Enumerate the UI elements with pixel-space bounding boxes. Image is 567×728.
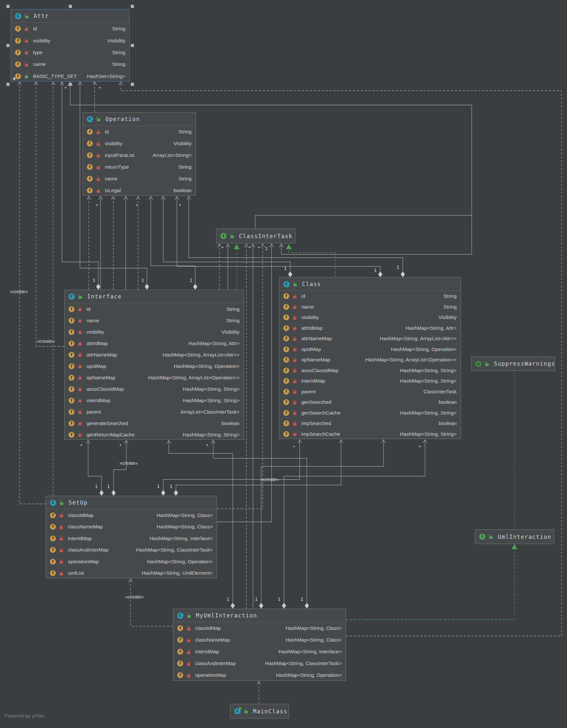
field-row[interactable]: f attrIdMap HashMap<String, Attr> <box>65 338 243 349</box>
field-row[interactable]: f BASIC_TYPE_SET HashSet<String> <box>11 70 129 82</box>
field-row[interactable]: f visibility Visibility <box>279 312 461 323</box>
field-row[interactable]: f returnType String <box>83 161 195 173</box>
node-suppresswarnings[interactable]: @ SuppressWarnings <box>471 356 555 371</box>
node-header[interactable]: I UmlInteraction <box>475 530 554 544</box>
field-row[interactable]: f parent ClassInterTask <box>279 387 461 397</box>
field-name: visibility <box>33 38 50 44</box>
field-row[interactable]: f id String <box>83 126 195 138</box>
field-row[interactable]: f name String <box>83 173 195 185</box>
node-header[interactable]: C SetUp <box>46 496 217 509</box>
field-row[interactable]: f opIdMap HashMap<String, Operation> <box>65 360 243 372</box>
node-attr[interactable]: C Attr f id String f visibility Visibili… <box>11 9 130 82</box>
field-row[interactable]: f classIdMap HashMap<String, Class> <box>173 622 346 634</box>
node-umlinteraction[interactable]: I UmlInteraction <box>475 529 554 544</box>
field-row[interactable]: f interIdMap HashMap<String, String> <box>279 376 461 387</box>
field-row[interactable]: f attrNameMap HashMap<String, ArrayList<… <box>279 333 461 344</box>
lock-icon <box>78 434 82 437</box>
field-row[interactable]: f visibility Visibility <box>65 326 243 338</box>
field-icon: f <box>87 129 93 135</box>
field-icon: f <box>284 336 289 341</box>
field-row[interactable]: f id String <box>279 291 461 302</box>
node-header[interactable]: C Operation <box>83 113 195 126</box>
field-row[interactable]: f classAndInterMap HashMap<String, Class… <box>173 658 346 669</box>
field-type: String <box>175 176 192 182</box>
field-row[interactable]: f assoClassIdMap HashMap<String, String> <box>65 383 243 395</box>
field-icon: f <box>284 357 289 363</box>
field-row[interactable]: f interIdMap HashMap<String, String> <box>65 395 243 406</box>
field-row[interactable]: f opIdMap HashMap<String, Operation> <box>279 344 461 355</box>
field-row[interactable]: f id String <box>65 303 243 315</box>
node-classintertask[interactable]: I ClassInterTask <box>216 229 296 243</box>
field-row[interactable]: f inputParaList ArrayList<String> <box>83 149 195 161</box>
field-row[interactable]: f type String <box>11 47 129 58</box>
lock-icon <box>293 370 297 372</box>
field-row[interactable]: f interIdMap HashMap<String, Interface> <box>46 533 217 544</box>
multiplicity-label: * <box>96 203 98 208</box>
field-icon: f <box>69 352 74 358</box>
field-type: boolean <box>218 420 239 426</box>
field-name: operationMap <box>68 559 99 565</box>
node-header[interactable]: C Interface <box>65 290 243 303</box>
multiplicity-label: 1 <box>226 596 229 602</box>
field-row[interactable]: f operationMap HashMap<String, Operation… <box>173 669 346 681</box>
field-type: HashMap<String, ArrayList<Operation>> <box>145 375 239 381</box>
field-type: HashSet<String> <box>84 73 125 79</box>
field-row[interactable]: f id String <box>11 23 129 35</box>
selection-handle[interactable] <box>69 83 72 86</box>
field-row[interactable]: f parent ArrayList<ClassInterTask> <box>65 406 243 417</box>
node-myumlinteraction[interactable]: C MyUmlInteraction f classIdMap HashMap<… <box>173 609 346 681</box>
field-row[interactable]: f name String <box>279 302 461 312</box>
multiplicity-label: * <box>249 245 251 251</box>
field-row[interactable]: f classIdMap HashMap<String, Class> <box>46 509 217 521</box>
node-class[interactable]: C Class f id String f name String f visi… <box>279 277 461 439</box>
field-row[interactable]: f interIdMap HashMap<String, Interface> <box>173 646 346 658</box>
field-row[interactable]: f genSearched boolean <box>279 397 461 408</box>
selection-handle[interactable] <box>6 83 10 86</box>
lock-icon <box>60 550 63 552</box>
selection-handle[interactable] <box>69 5 72 8</box>
selection-handle[interactable] <box>130 83 134 86</box>
selection-handle[interactable] <box>6 44 10 47</box>
field-row[interactable]: f name String <box>11 58 129 70</box>
node-interface[interactable]: C Interface f id String f name String f … <box>64 290 244 440</box>
field-row[interactable]: f visibility Visibility <box>83 138 195 149</box>
field-row[interactable]: f name String <box>65 315 243 326</box>
node-header[interactable]: C MyUmlInteraction <box>173 609 346 622</box>
selection-handle[interactable] <box>6 5 10 8</box>
node-header[interactable]: C Class <box>279 278 461 291</box>
field-row[interactable]: f isLegal boolean <box>83 185 195 196</box>
node-header[interactable]: I ClassInterTask <box>216 229 295 243</box>
field-row[interactable]: f umlList HashMap<String, UmlElement> <box>46 568 217 579</box>
field-row[interactable]: f classAndInterMap HashMap<String, Class… <box>46 544 217 556</box>
field-row[interactable]: f opNameMap HashMap<String, ArrayList<Op… <box>279 355 461 365</box>
field-type: HashMap<String, Attr> <box>185 341 239 346</box>
field-type: HashMap<String, Interface> <box>146 536 213 541</box>
field-row[interactable]: f assoClassIdMap HashMap<String, String> <box>279 365 461 376</box>
node-header[interactable]: C MainClass <box>230 704 289 718</box>
field-row[interactable]: f genSearchCache HashMap<String, String> <box>279 408 461 418</box>
field-row[interactable]: f impSearched boolean <box>279 418 461 429</box>
selection-handle[interactable] <box>130 44 134 47</box>
selection-handle[interactable] <box>130 5 134 8</box>
uml-diagram-canvas[interactable]: C Attr f id String f visibility Visibili… <box>0 0 567 728</box>
multiplicity-label: 1 <box>141 277 144 283</box>
field-icon: f <box>15 50 21 55</box>
field-row[interactable]: f operationMap HashMap<String, Operation… <box>46 556 217 568</box>
field-row[interactable]: f classNameMap HashMap<String, Class> <box>173 634 346 646</box>
field-row[interactable]: f classNameMap HashMap<String, Class> <box>46 521 217 533</box>
field-row[interactable]: f opNameMap HashMap<String, ArrayList<Op… <box>65 372 243 383</box>
node-operation[interactable]: C Operation f id String f visibility Vis… <box>83 112 196 196</box>
field-row[interactable]: f attrNameMap HashMap<String, ArrayList<… <box>65 349 243 360</box>
field-row[interactable]: f generateSearched boolean <box>65 417 243 429</box>
multiplicity-label: 1 <box>374 267 377 273</box>
node-mainclass[interactable]: C MainClass <box>230 704 289 719</box>
field-row[interactable]: f genReturnMapCache HashMap<String, Stri… <box>65 429 243 440</box>
node-setup[interactable]: C SetUp f classIdMap HashMap<String, Cla… <box>46 496 217 578</box>
field-row[interactable]: f visibility Visibility <box>11 35 129 46</box>
node-header[interactable]: C Attr <box>11 9 129 23</box>
field-row[interactable]: f attrIdMap HashMap<String, Attr> <box>279 323 461 334</box>
field-row[interactable]: f impSearchCache HashMap<String, String> <box>279 429 461 440</box>
node-header[interactable]: @ SuppressWarnings <box>471 357 555 371</box>
multiplicity-label: 1 <box>190 277 192 283</box>
lock-icon <box>25 76 28 78</box>
